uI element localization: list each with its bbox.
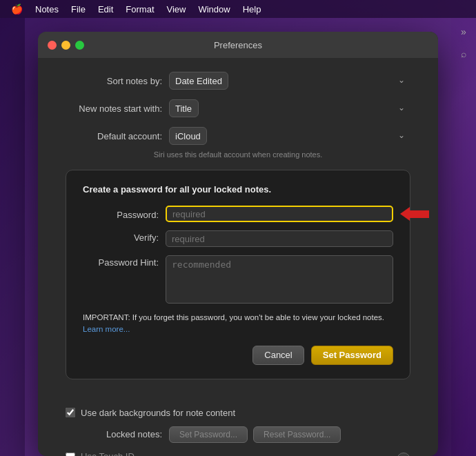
- red-arrow: [400, 207, 429, 221]
- menu-bar: 🍎 Notes File Edit Format View Window Hel…: [0, 0, 476, 18]
- hint-textarea[interactable]: [166, 255, 393, 304]
- title-bar: Preferences: [38, 32, 438, 58]
- new-notes-label: New notes start with:: [66, 103, 162, 114]
- menu-notes[interactable]: Notes: [30, 3, 64, 16]
- touch-id-label: Use Touch ID: [81, 451, 391, 457]
- password-input[interactable]: [166, 206, 393, 222]
- sort-notes-row: Sort notes by: Date Edited: [66, 72, 410, 90]
- cancel-button[interactable]: Cancel: [252, 346, 304, 365]
- new-notes-select[interactable]: Title: [169, 99, 199, 117]
- close-button[interactable]: [48, 41, 57, 50]
- sort-notes-select[interactable]: Date Edited: [169, 72, 228, 90]
- dialog-buttons: Cancel Set Password: [83, 346, 393, 365]
- verify-label: Verify:: [83, 230, 159, 243]
- preferences-window: Preferences Sort notes by: Date Edited N…: [38, 32, 438, 456]
- right-sidebar: » ⌕: [451, 18, 476, 456]
- arrow-head-icon: [400, 207, 410, 221]
- arrow-body-icon: [410, 210, 429, 218]
- content-area: Preferences Sort notes by: Date Edited N…: [25, 18, 451, 456]
- locked-notes-set-password-button[interactable]: Set Password...: [169, 426, 248, 443]
- dark-backgrounds-row: Use dark backgrounds for note content: [66, 408, 410, 418]
- sort-notes-label: Sort notes by:: [66, 76, 162, 86]
- set-password-button[interactable]: Set Password: [311, 346, 393, 365]
- dark-backgrounds-label: Use dark backgrounds for note content: [81, 408, 235, 418]
- touch-id-row: Use Touch ID To use Touch ID in addition…: [66, 451, 410, 457]
- menu-help[interactable]: Help: [237, 3, 267, 16]
- touch-id-content: Use Touch ID To use Touch ID in addition…: [81, 451, 391, 457]
- default-account-select[interactable]: iCloud: [169, 127, 207, 145]
- learn-more-link[interactable]: Learn more...: [83, 325, 130, 333]
- default-account-label: Default account:: [66, 131, 162, 141]
- important-text-content: IMPORTANT: If you forget this password, …: [83, 313, 384, 321]
- traffic-lights: [48, 41, 84, 50]
- menu-edit[interactable]: Edit: [92, 3, 119, 16]
- left-sidebar: [0, 18, 25, 456]
- maximize-button[interactable]: [75, 41, 84, 50]
- default-account-select-wrapper: iCloud: [169, 127, 410, 145]
- password-row-inner: Password:: [83, 206, 393, 222]
- siri-hint: Siri uses this default account when crea…: [66, 150, 410, 159]
- locked-notes-reset-password-button[interactable]: Reset Password...: [253, 426, 341, 443]
- important-text: IMPORTANT: If you forget this password, …: [83, 312, 393, 336]
- menu-format[interactable]: Format: [120, 3, 159, 16]
- new-notes-row: New notes start with: Title: [66, 99, 410, 117]
- help-button[interactable]: ?: [397, 453, 410, 457]
- main-area: Preferences Sort notes by: Date Edited N…: [0, 18, 476, 456]
- dark-backgrounds-checkbox[interactable]: [66, 408, 75, 417]
- password-dialog: Create a password for all your locked no…: [66, 170, 410, 379]
- locked-notes-row: Locked notes: Set Password... Reset Pass…: [66, 426, 410, 443]
- chevron-right-icon[interactable]: »: [455, 23, 472, 40]
- hint-label: Password Hint:: [83, 255, 159, 268]
- password-row: Password:: [83, 206, 393, 222]
- touch-id-checkbox[interactable]: [66, 453, 75, 457]
- minimize-button[interactable]: [61, 41, 70, 50]
- verify-row: Verify:: [83, 230, 393, 247]
- hint-row: Password Hint:: [83, 255, 393, 304]
- apple-logo[interactable]: 🍎: [6, 2, 28, 16]
- bottom-section: Use dark backgrounds for note content Lo…: [38, 408, 438, 457]
- menu-file[interactable]: File: [66, 3, 91, 16]
- password-label: Password:: [83, 208, 159, 220]
- verify-input[interactable]: [166, 230, 393, 247]
- sort-notes-select-wrapper: Date Edited: [169, 72, 410, 90]
- menu-view[interactable]: View: [161, 3, 192, 16]
- dialog-title: Create a password for all your locked no…: [83, 184, 393, 195]
- locked-notes-label: Locked notes:: [66, 429, 162, 439]
- prefs-body: Sort notes by: Date Edited New notes sta…: [38, 58, 438, 408]
- window-title: Preferences: [214, 40, 262, 50]
- menu-window[interactable]: Window: [192, 3, 235, 16]
- new-notes-select-wrapper: Title: [169, 99, 410, 117]
- search-icon[interactable]: ⌕: [455, 46, 472, 62]
- default-account-row: Default account: iCloud: [66, 127, 410, 145]
